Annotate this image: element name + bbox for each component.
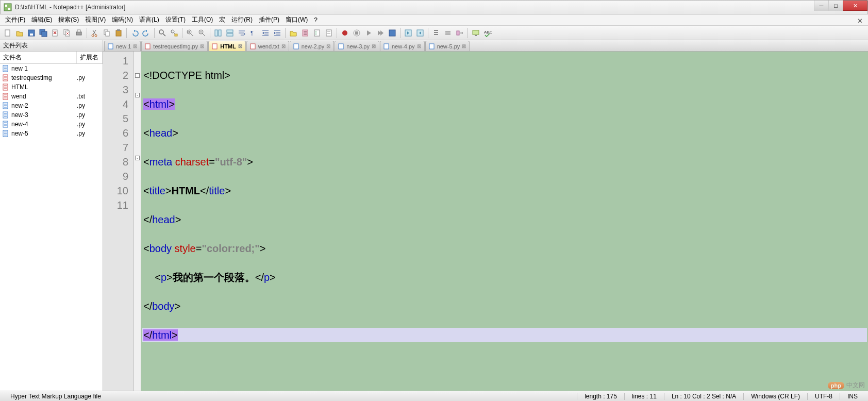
menu-plugins[interactable]: 插件(P)	[256, 14, 282, 26]
column-extension[interactable]: 扩展名	[77, 52, 103, 63]
toolbar-stop-button[interactable]	[351, 27, 362, 39]
toolbar-new-button[interactable]	[2, 27, 13, 39]
menu-view[interactable]: 视图(V)	[82, 14, 109, 26]
tab-close-icon[interactable]: ⊠	[238, 43, 242, 49]
tab-close-icon[interactable]: ⊠	[462, 43, 466, 49]
code-content[interactable]: <!DOCTYPE html> <html> <head> <meta char…	[141, 52, 868, 391]
editor-tab[interactable]: new 1⊠	[104, 41, 141, 51]
toolbar-indent-button[interactable]	[260, 27, 271, 39]
toolbar-outdent2-button[interactable]	[403, 27, 414, 39]
menu-help[interactable]: ?	[311, 15, 321, 25]
toolbar-paste-button[interactable]	[113, 27, 124, 39]
menu-run[interactable]: 运行(R)	[228, 14, 256, 26]
file-list-item[interactable]: new 1	[0, 64, 103, 73]
menu-settings[interactable]: 设置(T)	[162, 14, 189, 26]
toolbar-docmap-button[interactable]	[323, 27, 335, 39]
toolbar-replace-button[interactable]	[169, 27, 180, 39]
svg-rect-44	[475, 35, 477, 36]
svg-rect-56	[212, 44, 217, 49]
tab-close-icon[interactable]: ⊠	[281, 43, 286, 49]
file-list-item[interactable]: new-5.py	[0, 129, 103, 138]
file-ext: .txt	[77, 93, 101, 100]
status-eol[interactable]: Windows (CR LF)	[743, 393, 807, 400]
toolbar-save-button[interactable]	[26, 27, 37, 39]
toolbar-savemacro-button[interactable]	[387, 27, 398, 39]
toolbar-closeall-button[interactable]	[61, 27, 73, 39]
column-filename[interactable]: 文件名	[0, 52, 77, 63]
toolbar-funclist-button[interactable]	[311, 27, 323, 39]
file-icon	[2, 65, 9, 72]
toolbar-folder-button[interactable]	[288, 27, 299, 39]
toolbar-bookmark-button[interactable]	[454, 27, 465, 39]
toolbar-close-button[interactable]	[49, 27, 61, 39]
menubar-close-icon[interactable]: ✕	[854, 15, 866, 26]
file-list-item[interactable]: wend.txt	[0, 92, 103, 101]
toolbar-redo-button[interactable]	[141, 27, 152, 39]
status-encoding[interactable]: UTF-8	[807, 393, 840, 400]
editor-tab[interactable]: new-3.py⊠	[335, 41, 379, 51]
toolbar-play-button[interactable]	[363, 27, 374, 39]
menu-edit[interactable]: 编辑(E)	[28, 14, 55, 26]
tab-close-icon[interactable]: ⊠	[372, 43, 376, 49]
toolbar-sync-v-button[interactable]	[212, 27, 224, 39]
toolbar-uncomment-button[interactable]	[442, 27, 454, 39]
toolbar-wrap-button[interactable]	[236, 27, 247, 39]
file-list-item[interactable]: new-2.py	[0, 101, 103, 110]
file-name: new 1	[11, 65, 77, 72]
editor-tab[interactable]: HTML⊠	[208, 41, 246, 51]
toolbar-undo-button[interactable]	[129, 27, 140, 39]
file-list-item[interactable]: new-3.py	[0, 110, 103, 120]
menu-language[interactable]: 语言(L)	[136, 14, 162, 26]
file-name: new-4	[11, 121, 77, 128]
window-maximize-button[interactable]: □	[828, 1, 843, 11]
window-close-button[interactable]: ✕	[843, 1, 867, 11]
menu-tools[interactable]: 工具(O)	[189, 14, 216, 26]
toolbar-indent2-button[interactable]	[414, 27, 426, 39]
fold-column[interactable]: ---	[134, 52, 141, 391]
tab-close-icon[interactable]: ⊠	[326, 43, 330, 49]
menu-file[interactable]: 文件(F)	[2, 14, 28, 26]
menu-search[interactable]: 搜索(S)	[55, 14, 82, 26]
toolbar-saveall-button[interactable]	[38, 27, 49, 39]
file-list-item[interactable]: testrequestimg.py	[0, 73, 103, 82]
fold-toggle-icon[interactable]: -	[135, 73, 140, 78]
file-list[interactable]: new 1testrequestimg.pyHTMLwend.txtnew-2.…	[0, 64, 103, 391]
code-area[interactable]: 1234567891011 --- <!DOCTYPE html> <html>…	[103, 52, 868, 391]
toolbar-outdent-button[interactable]	[272, 27, 283, 39]
toolbar-cut-button[interactable]	[89, 27, 101, 39]
toolbar-sync-h-button[interactable]	[224, 27, 236, 39]
status-mode[interactable]: INS	[840, 393, 865, 400]
toolbar-print-button[interactable]	[73, 27, 85, 39]
editor-tab[interactable]: new-4.py⊠	[380, 41, 425, 51]
fold-toggle-icon[interactable]: -	[135, 156, 140, 160]
status-lines: lines : 11	[624, 393, 664, 400]
toolbar-zoomout-button[interactable]	[196, 27, 208, 39]
editor-tab[interactable]: new-5.py⊠	[425, 41, 470, 51]
toolbar-doclist-button[interactable]	[299, 27, 311, 39]
toolbar-playmulti-button[interactable]	[375, 27, 386, 39]
menu-encoding[interactable]: 编码(N)	[109, 14, 136, 26]
toolbar-open-button[interactable]	[14, 27, 25, 39]
menu-macro[interactable]: 宏	[216, 14, 228, 26]
tab-close-icon[interactable]: ⊠	[133, 43, 137, 49]
toolbar-monitor-button[interactable]	[470, 27, 481, 39]
tab-close-icon[interactable]: ⊠	[417, 43, 421, 49]
menu-window[interactable]: 窗口(W)	[282, 14, 311, 26]
editor-tab[interactable]: testrequestimg.py⊠	[141, 41, 208, 51]
code-line: <!DOCTYPE html>	[143, 70, 230, 81]
toolbar-record-button[interactable]	[339, 27, 350, 39]
toolbar-zoomin-button[interactable]	[185, 27, 196, 39]
toolbar-find-button[interactable]	[157, 27, 168, 39]
tab-close-icon[interactable]: ⊠	[200, 43, 204, 49]
file-list-item[interactable]: HTML	[0, 82, 103, 92]
toolbar-allchars-button[interactable]: ¶	[248, 27, 259, 39]
toolbar-copy-button[interactable]	[101, 27, 112, 39]
window-minimize-button[interactable]: ─	[814, 1, 828, 11]
file-list-item[interactable]: new-4.py	[0, 120, 103, 129]
toolbar-comment-button[interactable]	[430, 27, 442, 39]
toolbar-spellcheck-button[interactable]: ABC	[482, 27, 493, 39]
file-list-panel: 文件列表 文件名 扩展名 new 1testrequestimg.pyHTMLw…	[0, 40, 103, 391]
fold-toggle-icon[interactable]: -	[135, 93, 140, 97]
editor-tab[interactable]: wend.txt⊠	[246, 41, 289, 51]
editor-tab[interactable]: new-2.py⊠	[290, 41, 335, 51]
